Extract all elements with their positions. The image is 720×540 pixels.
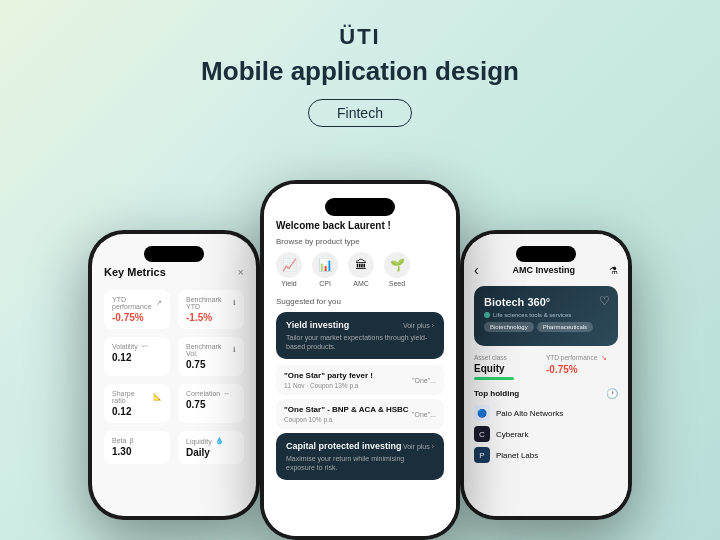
metric-volatility-value: 0.12 [112, 352, 162, 363]
one-star-right-1: "One"... [412, 377, 436, 384]
dynamic-island-left [144, 246, 204, 262]
yield-card-title: Yield investing [286, 320, 349, 330]
brand-logo: ÜTI [201, 24, 519, 50]
capital-card[interactable]: Capital protected investing Voir plus › … [276, 433, 444, 480]
biotech-card: ♡ Biotech 360° Life sciences tools & ser… [474, 286, 618, 346]
page-title: Mobile application design [201, 56, 519, 87]
metric-correlation-label: Correlation ↔ [186, 390, 236, 397]
yield-card-header: Yield investing Voir plus › [286, 320, 434, 330]
liquidity-icon: 💧 [215, 437, 224, 445]
left-phone-header: Key Metrics × [104, 266, 244, 278]
cyberark-name: Cyberark [496, 430, 528, 439]
palo-alto-name: Palo Alto Networks [496, 409, 563, 418]
one-star-item-2[interactable]: "One Star" - BNP & ACA & HSBC Coupon 10%… [276, 399, 444, 429]
cpi-label: CPI [319, 280, 331, 287]
metric-liquidity-value: Daily [186, 447, 236, 458]
capital-card-header: Capital protected investing Voir plus › [286, 441, 434, 451]
metric-beta-label: Beta β [112, 437, 162, 444]
beta-icon: β [129, 437, 133, 444]
asset-class-col: Asset class Equity [474, 354, 546, 380]
right-phone-title: AMC Investing [513, 265, 576, 275]
right-phone-header: ‹ AMC Investing ⚗ [474, 262, 618, 278]
asset-class-value: Equity [474, 363, 546, 374]
top-holding-label: Top holding [474, 389, 519, 398]
product-cpi[interactable]: 📊 CPI [312, 252, 338, 287]
suggested-label: Suggested for you [276, 297, 444, 306]
cpi-icon: 📊 [312, 252, 338, 278]
phones-container: Key Metrics × YTD performance ↗ -0.75% [0, 155, 720, 540]
palo-alto-icon: 🔵 [474, 405, 490, 421]
metrics-grid: YTD performance ↗ -0.75% Benchmark YTD ℹ… [104, 290, 244, 464]
close-button[interactable]: × [238, 266, 244, 278]
planet-labs-name: Planet Labs [496, 451, 538, 460]
welcome-text: Welcome back Laurent ! [276, 220, 444, 231]
product-yield[interactable]: 📈 Yield [276, 252, 302, 287]
wave-icon: 〰 [141, 343, 148, 350]
amc-label: AMC [353, 280, 369, 287]
one-star-content-1: "One Star" party fever ! 11 Nov · Coupon… [284, 371, 373, 389]
biotech-tag-1: Biotechnology [484, 322, 534, 332]
one-star-right-2: "One"... [412, 411, 436, 418]
metric-benchmark-ytd-label: Benchmark YTD ℹ [186, 296, 236, 310]
metric-sharpe: Sharpe ratio 📐 0.12 [104, 384, 170, 423]
metric-volatility-label: Volatility 〰 [112, 343, 162, 350]
ytd-col: YTD performance ↘ -0.75% [546, 354, 618, 380]
one-star-subtitle-1: 11 Nov · Coupon 13% p.a [284, 382, 373, 389]
yield-voir-plus[interactable]: Voir plus › [403, 322, 434, 329]
holding-palo-alto[interactable]: 🔵 Palo Alto Networks [474, 405, 618, 421]
product-amc[interactable]: 🏛 AMC [348, 252, 374, 287]
metric-liquidity: Liquidity 💧 Daily [178, 431, 244, 464]
biotech-title: Biotech 360° [484, 296, 608, 308]
phone-left: Key Metrics × YTD performance ↗ -0.75% [88, 230, 260, 520]
product-seed[interactable]: 🌱 Seed [384, 252, 410, 287]
biotech-subtitle: Life sciences tools & services [484, 312, 608, 318]
filter-icon[interactable]: ⚗ [609, 265, 618, 276]
metric-benchmark-ytd-value: -1.5% [186, 312, 236, 323]
yield-card[interactable]: Yield investing Voir plus › Tailor your … [276, 312, 444, 359]
metric-sharpe-value: 0.12 [112, 406, 162, 417]
ytd-perf-label: YTD performance ↘ [546, 354, 618, 362]
holding-planet-labs[interactable]: P Planet Labs [474, 447, 618, 463]
center-screen: Welcome back Laurent ! Browse by product… [264, 184, 456, 536]
phone-right-inner: ‹ AMC Investing ⚗ ♡ Biotech 360° Life sc… [464, 234, 628, 516]
one-star-item-1[interactable]: "One Star" party fever ! 11 Nov · Coupon… [276, 365, 444, 395]
phone-center: Welcome back Laurent ! Browse by product… [260, 180, 460, 540]
metric-sharpe-label: Sharpe ratio 📐 [112, 390, 162, 404]
heart-icon[interactable]: ♡ [599, 294, 610, 308]
left-phone-title: Key Metrics [104, 266, 166, 278]
asset-row: Asset class Equity YTD performance ↘ -0.… [474, 354, 618, 380]
capital-card-desc: Maximise your return while minimising ex… [286, 454, 434, 472]
top-holding-header: Top holding 🕐 [474, 388, 618, 399]
info2-icon: ℹ [233, 346, 236, 354]
metric-benchmark-ytd: Benchmark YTD ℹ -1.5% [178, 290, 244, 329]
product-icons: 📈 Yield 📊 CPI 🏛 AMC 🌱 [276, 252, 444, 287]
capital-voir-plus[interactable]: Voir plus › [403, 443, 434, 450]
left-screen: Key Metrics × YTD performance ↗ -0.75% [92, 234, 256, 516]
info-icon: ℹ [233, 299, 236, 307]
dynamic-island-center [325, 198, 395, 216]
cyberark-icon: C [474, 426, 490, 442]
asset-class-label: Asset class [474, 354, 546, 361]
yield-icon: 📈 [276, 252, 302, 278]
metric-volatility: Volatility 〰 0.12 [104, 337, 170, 376]
fintech-badge: Fintech [308, 99, 412, 127]
seed-label: Seed [389, 280, 405, 287]
metric-liquidity-label: Liquidity 💧 [186, 437, 236, 445]
metric-beta: Beta β 1.30 [104, 431, 170, 464]
phone-right: ‹ AMC Investing ⚗ ♡ Biotech 360° Life sc… [460, 230, 632, 520]
metric-ytd: YTD performance ↗ -0.75% [104, 290, 170, 329]
back-button[interactable]: ‹ [474, 262, 479, 278]
biotech-tag-2: Pharmaceuticals [537, 322, 593, 332]
browse-label: Browse by product type [276, 237, 444, 246]
clock-icon: 🕐 [606, 388, 618, 399]
right-screen: ‹ AMC Investing ⚗ ♡ Biotech 360° Life sc… [464, 234, 628, 516]
capital-card-title: Capital protected investing [286, 441, 402, 451]
biotech-tags: Biotechnology Pharmaceuticals [484, 322, 608, 332]
yield-label: Yield [281, 280, 296, 287]
arrow-icon: ↘ [601, 354, 607, 361]
correlation-icon: ↔ [223, 390, 230, 397]
metric-correlation: Correlation ↔ 0.75 [178, 384, 244, 423]
seed-icon: 🌱 [384, 252, 410, 278]
holding-cyberark[interactable]: C Cyberark [474, 426, 618, 442]
metric-ytd-label: YTD performance ↗ [112, 296, 162, 310]
